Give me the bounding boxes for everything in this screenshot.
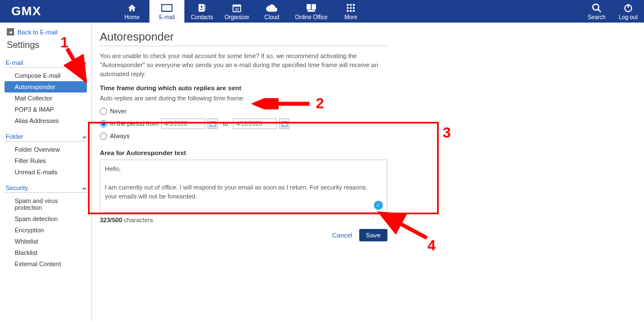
- nav-email[interactable]: E-mail: [149, 0, 184, 23]
- radio-period-label: In the period from: [110, 120, 158, 127]
- svg-rect-26: [282, 122, 287, 126]
- nav-more[interactable]: More: [333, 0, 368, 23]
- section-security-list: Spam and virus protection Spam detection…: [0, 194, 91, 273]
- calendar-icon: 30: [232, 3, 242, 13]
- content-wrapper: ◂ Back to E-mail Settings E-mail ▴▴ Comp…: [0, 23, 644, 321]
- section-security-header[interactable]: Security ▴▴: [5, 182, 87, 193]
- check-icon: ✓: [374, 201, 383, 210]
- date-from-input[interactable]: [161, 118, 205, 129]
- svg-rect-2: [205, 5, 205, 6]
- settings-sidebar: ◂ Back to E-mail Settings E-mail ▴▴ Comp…: [0, 23, 92, 321]
- textarea-wrapper: ✓: [100, 160, 387, 214]
- sidebar-item-whitelist[interactable]: Whitelist: [5, 236, 87, 247]
- calendar-small-icon: [281, 121, 288, 127]
- top-nav-bar: GMX Home E-mail Contacts 30 Organizer: [0, 0, 644, 23]
- sidebar-item-filter-rules[interactable]: Filter Rules: [5, 155, 87, 166]
- nav-logout[interactable]: Log out: [612, 0, 644, 23]
- back-to-email-link[interactable]: ◂ Back to E-mail: [0, 28, 91, 38]
- brand-logo: GMX: [11, 0, 41, 23]
- sidebar-item-encryption[interactable]: Encryption: [5, 224, 87, 236]
- sidebar-item-mail-collector[interactable]: Mail Collector: [5, 92, 87, 104]
- svg-point-13: [353, 3, 355, 6]
- back-label: Back to E-mail: [17, 29, 58, 36]
- radio-never[interactable]: [100, 108, 107, 115]
- svg-point-11: [347, 3, 349, 6]
- section-folder-header[interactable]: Folder ▴▴: [5, 131, 87, 142]
- sidebar-item-compose[interactable]: Compose E-mail: [5, 70, 87, 81]
- sidebar-item-spam-detection[interactable]: Spam detection: [5, 213, 87, 224]
- radio-never-row[interactable]: Never: [100, 106, 629, 117]
- timeframe-heading: Time frame during which auto replies are…: [100, 85, 629, 91]
- svg-point-16: [353, 7, 355, 9]
- radio-always[interactable]: [100, 133, 107, 140]
- svg-point-14: [347, 7, 349, 9]
- settings-title: Settings: [0, 38, 91, 56]
- svg-rect-3: [205, 7, 205, 8]
- section-folder-list: Folder Overview Filter Rules Unread E-ma…: [0, 143, 91, 181]
- svg-line-21: [598, 9, 601, 12]
- svg-point-20: [593, 4, 599, 10]
- section-email-header[interactable]: E-mail ▴▴: [5, 57, 87, 68]
- timeframe-description: Auto replies are sent during the followi…: [100, 95, 629, 102]
- section-label: E-mail: [6, 59, 23, 66]
- radio-always-label: Always: [110, 133, 130, 139]
- nav-right: Search Log out: [581, 0, 644, 23]
- nav-label: Cloud: [264, 14, 279, 20]
- nav-label: Home: [125, 14, 140, 20]
- cloud-icon: [266, 3, 277, 13]
- power-icon: [624, 3, 633, 13]
- grid-icon: [346, 3, 355, 13]
- nav-contacts[interactable]: Contacts: [184, 0, 219, 23]
- radio-period-row: In the period from to: [100, 117, 629, 131]
- search-icon: [592, 3, 602, 13]
- save-button[interactable]: Save: [359, 229, 387, 241]
- sidebar-item-folder-overview[interactable]: Folder Overview: [5, 144, 87, 155]
- home-icon: [127, 3, 137, 13]
- nav-search[interactable]: Search: [581, 0, 612, 23]
- date-to-input[interactable]: [233, 118, 277, 129]
- char-counter: 323/500 characters: [100, 217, 629, 223]
- sidebar-item-alias[interactable]: Alias Addresses: [5, 115, 87, 126]
- nav-online-office[interactable]: Online Office: [289, 0, 333, 23]
- nav-cloud[interactable]: Cloud: [254, 0, 289, 23]
- radio-always-row[interactable]: Always: [100, 131, 629, 142]
- svg-point-15: [350, 7, 352, 9]
- sidebar-item-external-content[interactable]: External Content: [5, 258, 87, 270]
- to-label: to: [220, 120, 230, 127]
- page-description: You are unable to check your mail accoun…: [100, 52, 387, 79]
- button-row: Cancel Save: [100, 229, 387, 241]
- svg-point-19: [353, 10, 355, 12]
- nav-home[interactable]: Home: [114, 0, 149, 23]
- sidebar-item-unread[interactable]: Unread E-mails: [5, 166, 87, 178]
- nav-organizer[interactable]: 30 Organizer: [219, 0, 254, 23]
- section-label: Security: [6, 184, 28, 191]
- date-to-picker-button[interactable]: [279, 118, 289, 129]
- section-label: Folder: [6, 133, 23, 140]
- autoresponder-textarea[interactable]: [100, 160, 387, 213]
- mail-icon: [161, 3, 173, 13]
- nav-label: Contacts: [191, 14, 213, 20]
- nav-primary: Home E-mail Contacts 30 Organizer Cloud: [114, 0, 368, 23]
- date-from-picker-button[interactable]: [208, 118, 218, 129]
- nav-label: Organizer: [224, 14, 249, 20]
- sidebar-item-autoresponder[interactable]: Autoresponder: [5, 81, 87, 92]
- sidebar-item-spam-virus[interactable]: Spam and virus protection: [5, 195, 87, 213]
- main-panel: Autoresponder You are unable to check yo…: [92, 23, 644, 321]
- svg-text:30: 30: [235, 7, 239, 11]
- nav-label: E-mail: [159, 14, 175, 20]
- sidebar-item-blacklist[interactable]: Blacklist: [5, 247, 87, 258]
- office-icon: [306, 3, 316, 13]
- cancel-button[interactable]: Cancel: [332, 232, 352, 239]
- contacts-icon: [197, 3, 206, 13]
- svg-point-18: [350, 10, 352, 12]
- nav-label: More: [345, 14, 358, 20]
- svg-point-1: [201, 6, 202, 7]
- collapse-icon: ▴▴: [82, 186, 86, 191]
- sidebar-item-pop3-imap[interactable]: POP3 & IMAP: [5, 104, 87, 115]
- section-email-list: Compose E-mail Autoresponder Mail Collec…: [0, 69, 91, 130]
- collapse-icon: ▴▴: [82, 60, 86, 65]
- radio-period[interactable]: [100, 120, 107, 127]
- svg-rect-8: [307, 4, 311, 10]
- chevron-left-icon: ◂: [7, 28, 14, 36]
- svg-rect-10: [307, 10, 315, 11]
